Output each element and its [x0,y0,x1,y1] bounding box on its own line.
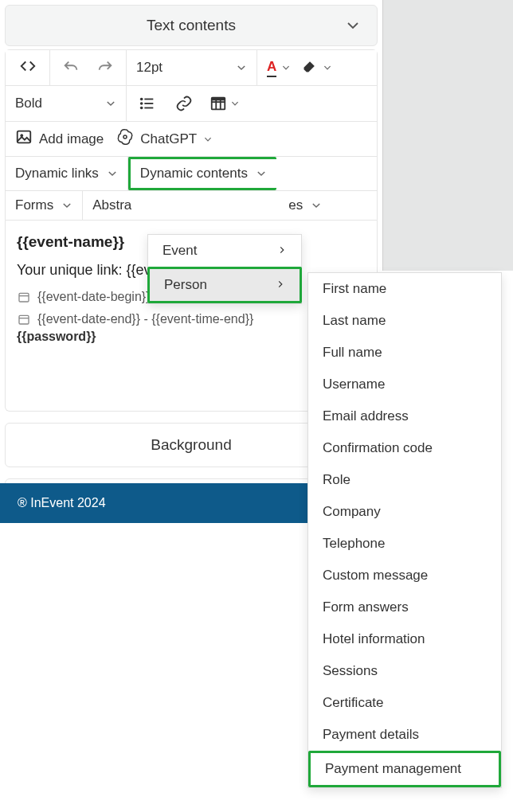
svg-rect-5 [144,107,153,109]
svg-rect-16 [19,315,29,324]
submenu-item-label: Company [323,504,381,520]
submenu-item-full-name[interactable]: Full name [308,337,501,369]
submenu-item-label: Sessions [323,663,378,679]
tables-dropdown[interactable]: es [133,191,331,220]
svg-rect-1 [144,99,153,100]
submenu-item-form-answers[interactable]: Form answers [308,591,501,623]
link-button[interactable] [173,92,195,115]
highlight-color-button[interactable] [302,58,332,78]
calendar-icon [17,312,31,326]
background-label: Background [151,436,231,453]
submenu-item-label: Username [323,377,385,392]
submenu-item-username[interactable]: Username [308,369,501,400]
font-weight-select[interactable]: Bold [6,86,127,121]
submenu-item-email-address[interactable]: Email address [308,400,501,432]
submenu-item-role[interactable]: Role [308,464,501,496]
chevron-right-icon [277,243,287,259]
font-size-value: 12pt [136,60,163,76]
chatgpt-label: ChatGPT [140,131,197,147]
chevron-right-icon [276,277,285,293]
submenu-item-confirmation-code[interactable]: Confirmation code [308,432,501,464]
undo-button[interactable] [60,57,82,79]
submenu-item-label: Hotel information [323,631,425,647]
forms-dropdown[interactable]: Forms [6,191,83,220]
menu-item-label: Event [163,243,197,259]
submenu-item-label: Last name [323,313,386,329]
submenu-item-payment-management[interactable]: Payment management [308,751,501,787]
highlighter-icon [302,58,318,78]
section-text-contents[interactable]: Text contents [5,5,378,46]
person-submenu: First nameLast nameFull nameUsernameEmai… [307,272,502,788]
color-group: A [257,50,377,85]
submenu-item-label: Full name [323,345,382,361]
chevron-down-icon [105,98,116,109]
dynamic-links-dropdown[interactable]: Dynamic links [6,157,128,190]
submenu-item-label: Payment management [325,761,461,777]
submenu-item-custom-message[interactable]: Custom message [308,560,501,591]
submenu-item-label: Certificate [323,695,384,711]
svg-point-4 [140,107,143,110]
chatgpt-icon [116,128,134,150]
menu-item-label: Person [164,277,207,293]
dynamic-contents-menu: Event Person [147,234,302,304]
redo-button[interactable] [95,57,117,79]
submenu-item-payment-details[interactable]: Payment details [308,719,501,751]
submenu-item-label: Email address [323,408,409,424]
undo-redo-group [50,50,127,85]
footer-copyright: ® InEvent 2024 [18,496,106,509]
submenu-item-label: Telephone [323,536,385,552]
submenu-item-company[interactable]: Company [308,496,501,528]
submenu-item-first-name[interactable]: First name [308,273,501,305]
editor-panel: Text contents 12pt [0,5,382,523]
dynamic-links-label: Dynamic links [15,166,99,182]
chevron-down-icon [345,18,361,33]
svg-rect-3 [144,103,153,104]
dynamic-contents-dropdown[interactable]: Dynamic contents [128,157,276,190]
submenu-item-hotel-information[interactable]: Hotel information [308,623,501,655]
forms-label: Forms [15,197,53,213]
source-code-button[interactable] [6,50,50,85]
code-icon [19,57,37,79]
svg-point-0 [140,98,143,101]
submenu-item-last-name[interactable]: Last name [308,305,501,337]
svg-point-13 [123,135,127,139]
submenu-item-certificate[interactable]: Certificate [308,687,501,719]
chatgpt-button[interactable]: ChatGPT [116,128,213,150]
add-image-button[interactable]: Add image [15,128,104,150]
svg-point-2 [140,102,143,105]
svg-rect-10 [212,98,225,101]
submenu-item-telephone[interactable]: Telephone [308,528,501,560]
bullet-list-button[interactable] [136,92,159,115]
section-title: Text contents [147,17,236,34]
submenu-item-label: Role [323,472,350,488]
image-icon [15,128,33,150]
submenu-item-label: Payment details [323,727,419,743]
rich-text-toolbar: 12pt A Bold [5,49,378,221]
submenu-item-label: First name [323,281,386,297]
abstracts-label: Abstra [92,197,131,213]
svg-rect-14 [19,293,29,302]
chevron-down-icon [236,62,247,73]
submenu-item-label: Confirmation code [323,440,433,456]
dynamic-contents-label: Dynamic contents [140,166,248,182]
font-weight-value: Bold [15,96,42,111]
submenu-item-sessions[interactable]: Sessions [308,655,501,687]
menu-item-event[interactable]: Event [148,235,301,267]
submenu-item-label: Custom message [323,568,428,584]
var-date-end: {{event-date-end}} - {{event-time-end}} [37,312,253,326]
format-group [127,86,249,121]
table-button[interactable] [210,95,240,112]
insert-group: Add image ChatGPT [6,122,222,156]
tables-label-suffix: es [288,197,303,213]
font-size-select[interactable]: 12pt [127,50,257,85]
text-color-button[interactable]: A [267,59,291,77]
abstracts-dropdown[interactable]: Abstra [83,191,133,220]
calendar-icon [17,290,31,304]
menu-item-person[interactable]: Person [147,267,302,303]
add-image-label: Add image [39,131,104,147]
submenu-item-label: Form answers [323,599,409,615]
svg-rect-11 [18,131,31,143]
